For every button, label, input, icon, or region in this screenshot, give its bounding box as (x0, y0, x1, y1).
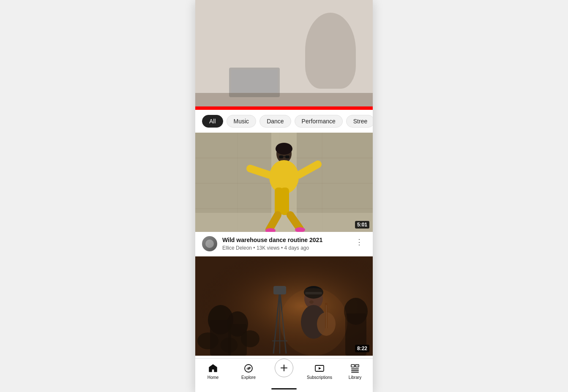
chip-performance[interactable]: Performance (295, 115, 343, 128)
chip-dance[interactable]: Dance (259, 115, 291, 128)
explore-label: Explore (241, 375, 256, 380)
svg-rect-70 (351, 372, 359, 373)
home-indicator (271, 388, 297, 389)
duration-badge-1: 5:01 (355, 221, 369, 229)
chips-row: All Music Dance Performance Stree (195, 110, 373, 133)
nav-item-explore[interactable]: Explore (231, 362, 266, 380)
svg-point-56 (221, 338, 238, 353)
home-label: Home (208, 375, 219, 380)
svg-marker-67 (353, 366, 353, 366)
bottom-nav: Home Explore (195, 358, 373, 392)
svg-rect-69 (351, 370, 359, 371)
duration-badge-2: 8:22 (355, 345, 369, 352)
plus-icon (279, 363, 289, 373)
svg-marker-72 (357, 365, 358, 366)
chip-all[interactable]: All (202, 115, 223, 128)
svg-point-58 (280, 288, 347, 356)
avatar-1[interactable] (202, 236, 217, 251)
video-meta-1: Ellice Deleon • 13K views • 4 days ago (222, 245, 347, 251)
video-title-1[interactable]: Wild warehouse dance routine 2021 (222, 236, 347, 244)
svg-point-55 (197, 332, 218, 349)
library-label: Library (349, 375, 362, 380)
hero-image (195, 0, 373, 110)
nav-item-subscriptions[interactable]: Subscriptions (302, 362, 337, 380)
svg-rect-8 (195, 93, 373, 110)
svg-point-57 (241, 330, 259, 347)
video-thumbnail-2[interactable]: 8:22 (195, 256, 373, 356)
video-card-1: 5:01 Wild warehouse dance routine 2021 E… (195, 133, 373, 256)
progress-bar (195, 108, 302, 110)
content-area: 5:01 Wild warehouse dance routine 2021 E… (195, 133, 373, 392)
chip-street[interactable]: Stree (346, 115, 373, 128)
create-button[interactable] (275, 359, 293, 377)
svg-marker-65 (319, 367, 321, 370)
svg-rect-23 (281, 188, 289, 215)
svg-rect-3 (231, 70, 278, 93)
svg-rect-28 (279, 155, 283, 158)
nav-item-home[interactable]: Home (195, 362, 231, 380)
video-text-1: Wild warehouse dance routine 2021 Ellice… (222, 236, 347, 251)
nav-item-library[interactable]: Library (337, 362, 373, 380)
video-thumbnail-1[interactable]: 5:01 (195, 133, 373, 232)
subscriptions-icon (314, 363, 325, 374)
nav-item-create[interactable] (266, 362, 302, 377)
dance-thumbnail-image (195, 133, 373, 232)
home-icon (208, 363, 218, 374)
venue-thumbnail-image (195, 256, 373, 356)
video-info-1: Wild warehouse dance routine 2021 Ellice… (195, 232, 373, 256)
explore-icon (243, 363, 254, 374)
library-icon (350, 363, 360, 374)
phone-container: All Music Dance Performance Stree (195, 0, 373, 392)
chip-music[interactable]: Music (227, 115, 257, 128)
svg-rect-68 (351, 368, 359, 370)
video-card-2: 8:22 (195, 256, 373, 356)
svg-rect-29 (285, 155, 289, 158)
hero-thumbnail[interactable] (195, 0, 373, 110)
svg-rect-44 (273, 286, 286, 294)
svg-point-20 (276, 143, 292, 155)
subscriptions-label: Subscriptions (307, 375, 332, 380)
more-options-button-1[interactable]: ⋮ (352, 235, 366, 249)
